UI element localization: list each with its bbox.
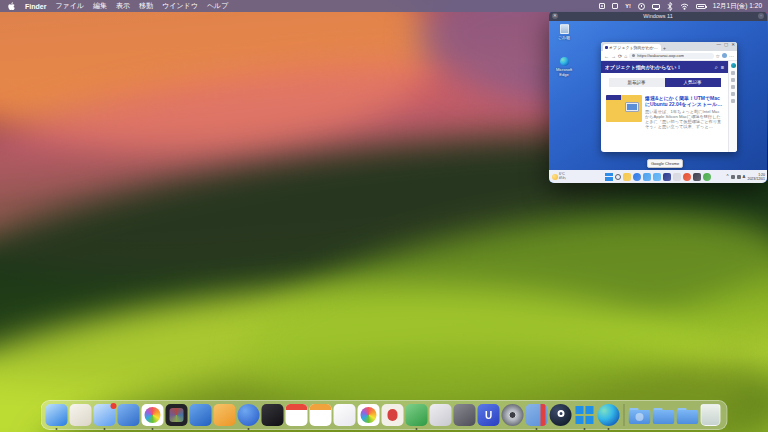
sidebar-games-icon[interactable] [731, 92, 735, 96]
dock-item-mail-app-with-badge[interactable] [94, 404, 116, 428]
ime-indicator[interactable]: A [743, 174, 746, 179]
dock-item-steam[interactable] [550, 404, 572, 428]
vm-titlebar[interactable]: ✕ Windows 11 ◦ [549, 11, 767, 21]
store-icon[interactable] [643, 173, 651, 181]
chrome-icon[interactable] [703, 173, 711, 181]
display-icon[interactable] [652, 2, 660, 11]
input-source-icon[interactable]: Y! [625, 2, 631, 11]
menu-help[interactable]: ヘルプ [207, 1, 229, 11]
dock-item-white-orange-app[interactable] [310, 404, 332, 428]
dock-item-downloads-folder[interactable] [677, 404, 699, 428]
site-title[interactable]: オブジェクト指向がわからない！ [605, 64, 712, 70]
dock-item-launchpad[interactable] [358, 404, 380, 428]
edge-shortcut[interactable]: Microsoft Edge [551, 57, 577, 77]
office-icon[interactable] [673, 173, 681, 181]
dock-item-dark-creative-app[interactable] [166, 404, 188, 428]
home-button[interactable]: ⌂ [624, 53, 627, 59]
dock-item-trash[interactable] [701, 404, 723, 428]
menu-window[interactable]: ウインドウ [162, 1, 198, 11]
favorites-icon[interactable]: ☆ [716, 53, 720, 59]
browser-window[interactable]: オブジェクト指向がわからない！ + — ▢ ✕ ← → ⟳ ⌂ [601, 42, 737, 152]
dock-item-app-store[interactable] [190, 404, 212, 428]
start-button[interactable] [605, 173, 613, 181]
sidebar-tools-icon[interactable] [731, 85, 735, 89]
system-tray: ^ A 1:20 2023/12/01 [726, 173, 765, 181]
dock-item-calendar-app[interactable] [286, 404, 308, 428]
tray-clock[interactable]: 1:20 2023/12/01 [747, 173, 765, 181]
close-button[interactable]: ✕ [731, 42, 735, 47]
sidebar-search-icon[interactable] [731, 71, 735, 75]
menu-clock[interactable]: 12月1日(金) 1:20 [713, 2, 762, 11]
dock-item-red-figure-app[interactable] [382, 404, 404, 428]
new-tab-button[interactable]: + [663, 45, 666, 51]
menu-finder[interactable]: Finder [25, 3, 46, 10]
dock-item-green-app[interactable] [406, 404, 428, 428]
dock-item-windows-11-vm[interactable] [574, 404, 596, 428]
dock-item-blue-globe-app[interactable] [238, 404, 260, 428]
vm-close-button[interactable]: ✕ [552, 13, 558, 19]
dock-item-parallels-like-app[interactable] [526, 404, 548, 428]
menubar-app-icon[interactable] [612, 2, 618, 11]
dock-item-finder[interactable] [46, 404, 68, 428]
sidebar-plus-icon[interactable] [731, 99, 735, 103]
dock-item-photos-app[interactable] [142, 404, 164, 428]
dock-item-blue-window-app[interactable] [118, 404, 140, 428]
dock-item-documents-folder[interactable] [653, 404, 675, 428]
menu-view[interactable]: 表示 [116, 1, 130, 11]
reload-button[interactable]: ⟳ [618, 53, 622, 59]
terminal-icon[interactable] [693, 173, 701, 181]
tab-popular-articles[interactable]: 人気記事 [665, 78, 721, 87]
wifi-icon[interactable] [680, 2, 689, 11]
apple-logo-icon [8, 2, 16, 11]
vm-window[interactable]: ✕ Windows 11 ◦ ごみ箱 Microsoft Edge [549, 11, 767, 183]
copilot-icon[interactable] [731, 63, 736, 68]
battery-icon[interactable] [696, 2, 706, 11]
photos-app-icon [142, 404, 164, 426]
mail-icon[interactable] [663, 173, 671, 181]
network-icon[interactable] [731, 175, 735, 179]
dock-item-launchpad-pale-app[interactable] [70, 404, 92, 428]
dock-item-system-settings[interactable] [502, 404, 524, 428]
forward-button[interactable]: → [611, 53, 616, 59]
article-list-item[interactable]: 爆速&とにかく簡単！UTMでMacにUbuntu 22.04をインストールする手… [606, 95, 723, 129]
dock-item-utm-app[interactable]: U [478, 404, 500, 428]
recycle-bin-shortcut[interactable]: ごみ箱 [551, 24, 577, 40]
address-bar[interactable]: https://wakaranai-oop.com [629, 53, 713, 59]
photos-icon[interactable] [653, 173, 661, 181]
file-explorer-icon[interactable] [623, 173, 631, 181]
site-menu-icon[interactable]: ≡ [721, 64, 724, 70]
menu-go[interactable]: 移動 [139, 1, 153, 11]
menu-edit[interactable]: 編集 [93, 1, 107, 11]
edge-icon[interactable] [633, 173, 641, 181]
volume-icon[interactable] [737, 175, 741, 179]
finder-icon [46, 404, 68, 426]
time-machine-icon[interactable] [638, 2, 645, 11]
weather-widget[interactable]: 6°C 晴れ [549, 173, 589, 180]
window-manager-icon[interactable] [599, 2, 605, 11]
profile-avatar[interactable] [722, 53, 727, 58]
dock-item-microsoft-edge[interactable] [598, 404, 620, 428]
dock-item-applications-folder[interactable] [629, 404, 651, 428]
bluetooth-icon[interactable] [667, 2, 673, 11]
tab-new-articles[interactable]: 新着記事 [609, 78, 665, 87]
running-indicator [56, 428, 58, 430]
menu-file[interactable]: ファイル [55, 1, 84, 11]
settings-menu-icon[interactable]: ⋯ [729, 53, 734, 59]
dock-item-white-app[interactable] [334, 404, 356, 428]
browser-tab[interactable]: オブジェクト指向がわからない！ [603, 44, 661, 51]
search-button[interactable] [615, 174, 621, 180]
dock-item-black-app[interactable] [262, 404, 284, 428]
back-button[interactable]: ← [604, 53, 609, 59]
article-title[interactable]: 爆速&とにかく簡単！UTMでMacにUbuntu 22.04をインストールする手… [645, 95, 723, 107]
maximize-button[interactable]: ▢ [724, 42, 728, 47]
dock-item-orange-app[interactable] [214, 404, 236, 428]
site-search-icon[interactable]: ⌕ [715, 64, 718, 71]
apple-menu[interactable] [8, 2, 16, 11]
minimize-button[interactable]: — [716, 42, 721, 47]
dock-item-gray-app[interactable] [430, 404, 452, 428]
firefox-icon[interactable] [683, 173, 691, 181]
vm-toolbar-button[interactable]: ◦ [758, 13, 764, 19]
sidebar-shopping-icon[interactable] [731, 78, 735, 82]
dock-item-dark-gray-app[interactable] [454, 404, 476, 428]
tray-overflow-chevron[interactable]: ^ [726, 174, 728, 179]
